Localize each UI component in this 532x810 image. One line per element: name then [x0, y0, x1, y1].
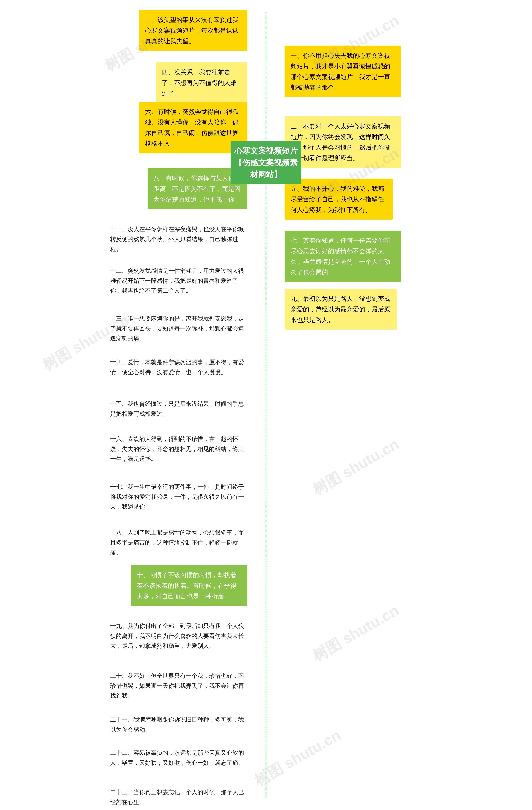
item-10: 十、习惯了不该习惯的习惯，却执着着不该执着的执着。有时候，在乎得太多，对自己而言… [131, 565, 247, 606]
right-box-3: 三、不要对一个人太好心寒文案视频短片，因为你终会发现，这样时间久了，那个人是会习… [285, 116, 401, 168]
main-container: 树图 shutu.cn 树图 shutu.cn 树图 shutu.cn 树图 s… [0, 0, 532, 810]
left-box-6-text: 六、有时候，突然会觉得自己很孤独、没有人懂你、没有人陪你。偶尔自己疯，自己闹，仿… [145, 108, 239, 147]
item-18: 十八、人到了晚上都是感性的动物，会想很多事，而且多半是痛苦的，这种情绪控制不住，… [110, 528, 247, 557]
center-node-text: 心寒文案视频短片【伤感文案视频素材网站】 [235, 145, 297, 180]
item-15: 十五、我也曾经懂过，只是后来没结果，时间的手总是把相爱写成相爱过。 [110, 399, 247, 419]
right-box-5: 五、我的不开心，我的难受，我都尽量留给了自己，我也从不指望任何人心疼我，为我扛下… [285, 179, 393, 220]
item-13-text: 十三、唯一想要麻烦你的是，离开我就别安慰我，走了就不要再回头，要知道每一次弥补，… [110, 315, 244, 342]
right-box-1-text: 一、你不用担心失去我的心寒文案视频短片，我才是小心翼翼诚惶诚恐的那个心寒文案视频… [291, 52, 390, 91]
left-box-2-text: 二、该失望的事从来没有辜负过我心寒文案视频短片，每次都是认认真真的让我失望。 [145, 16, 239, 45]
item-15-text: 十五、我也曾经懂过，只是后来没结果，时间的手总是把相爱写成相爱过。 [110, 401, 244, 417]
item-23: 二十三、当你真正想去忘记一个人的时候，那个人已经刻在心里。 [110, 787, 247, 807]
watermark-7: 树图 shutu.cn [251, 725, 344, 791]
item-21-text: 二十一、我满腔哽咽跟你诉说旧日种种，多可笑，我以为你会感动。 [110, 716, 244, 733]
right-box-9: 九、最初以为只是路人，没想到变成亲爱的，曾经以为最亲爱的，最后原来也只是路人。 [285, 289, 397, 330]
watermark-5: 树图 shutu.cn [309, 434, 403, 500]
item-10-text: 十、习惯了不该习惯的习惯，却执着着不该执着的执着。有时候，在乎得太多，对自己而言… [137, 571, 237, 600]
item-22: 二十二、容易被辜负的，永远都是那些天真又心软的人，毕竟，又好哄，又好欺，伤心一好… [110, 748, 247, 767]
right-box-5-text: 五、我的不开心，我的难受，我都尽量留给了自己，我也从不指望任何人心疼我，为我扛下… [291, 185, 384, 213]
item-19: 十九、我为你付出了全部，到最后却只有我一个人狼狈的离开，我不明白为什么喜欢的人要… [110, 621, 247, 651]
right-box-3-text: 三、不要对一个人太好心寒文案视频短片，因为你终会发现，这样时间久了，那个人是会习… [291, 123, 390, 161]
item-17: 十七、我一生中最幸运的两件事，一件，是时间终于将我对你的爱消耗殆尽，一件，是很久… [110, 482, 247, 512]
right-box-7: 七、其实你知道，任何一份需要你花尽心思去讨好的感情都不会撑的太久，毕竟感情是互补… [285, 231, 401, 282]
item-14-text: 十四、爱情，本就是件宁缺勿滥的事，愿不得，有爱情，便全心对待，没有爱情，也一个人… [110, 359, 244, 375]
right-box-1: 一、你不用担心失去我的心寒文案视频短片，我才是小心翼翼诚惶诚恐的那个心寒文案视频… [285, 46, 401, 97]
item-16: 十六、喜欢的人得到，得到的不珍惜，在一起的怀疑，失去的怀念，怀念的想相见，相见的… [110, 434, 247, 464]
item-16-text: 十六、喜欢的人得到，得到的不珍惜，在一起的怀疑，失去的怀念，怀念的想相见，相见的… [110, 436, 244, 462]
item-13: 十三、唯一想要麻烦你的是，离开我就别安慰我，走了就不要再回头，要知道每一次弥补，… [110, 314, 247, 343]
right-box-7-text: 七、其实你知道，任何一份需要你花尽心思去讨好的感情都不会撑的太久，毕竟感情是互补… [291, 237, 390, 276]
item-14: 十四、爱情，本就是件宁缺勿滥的事，愿不得，有爱情，便全心对待，没有爱情，也一个人… [110, 357, 247, 377]
left-box-4-text: 四、没关系，我要往前走了，不想再为不值得的人难过了。 [162, 69, 237, 97]
item-20-text: 二十、我不好，但全世界只有一个我，珍惜也好，不珍惜也罢，如果哪一天你把我弄丢了，… [110, 673, 244, 699]
left-box-2: 二、该失望的事从来没有辜负过我心寒文案视频短片，每次都是认认真真的让我失望。 [139, 10, 247, 51]
item-12: 十二、突然发觉感情是一件消耗品，用力爱过的人很难轻易开始下一段感情，我把最好的青… [110, 266, 247, 296]
left-box-4: 四、没关系，我要往前走了，不想再为不值得的人难过了。 [156, 62, 247, 103]
item-20: 二十、我不好，但全世界只有一个我，珍惜也好，不珍惜也罢，如果哪一天你把我弄丢了，… [110, 671, 247, 701]
left-box-8-text: 八、有时候，你选择与某人保持距离，不是因为不在平，而是因为你清楚的知道，他不属于… [154, 175, 241, 203]
item-17-text: 十七、我一生中最幸运的两件事，一件，是时间终于将我对你的爱消耗殆尽，一件，是很久… [110, 484, 244, 510]
item-11: 十一、没人在平你怎样在深夜痛哭，也没人在平你辗转反侧的熬熟几个秋。外人只看结果，… [110, 224, 247, 254]
item-23-text: 二十三、当你真正想去忘记一个人的时候，那个人已经刻在心里。 [110, 789, 244, 806]
item-11-text: 十一、没人在平你怎样在深夜痛哭，也没人在平你辗转反侧的熬熟几个秋。外人只看结果，… [110, 226, 244, 252]
item-22-text: 二十二、容易被辜负的，永远都是那些天真又心软的人，毕竟，又好哄，又好欺，伤心一好… [110, 749, 244, 766]
center-node: 心寒文案视频短片【伤感文案视频素材网站】 [231, 141, 301, 184]
item-18-text: 十八、人到了晚上都是感性的动物，会想很多事，而且多半是痛苦的，这种情绪控制不住，… [110, 529, 244, 555]
watermark-6: 树图 shutu.cn [309, 600, 403, 666]
dashed-center-line [265, 13, 267, 797]
item-12-text: 十二、突然发觉感情是一件消耗品，用力爱过的人很难轻易开始下一段感情，我把最好的青… [110, 268, 244, 294]
right-box-9-text: 九、最初以为只是路人，没想到变成亲爱的，曾经以为最亲爱的，最后原来也只是路人。 [291, 295, 390, 323]
item-19-text: 十九、我为你付出了全部，到最后却只有我一个人狼狈的离开，我不明白为什么喜欢的人要… [110, 623, 244, 649]
item-21: 二十一、我满腔哽咽跟你诉说旧日种种，多可笑，我以为你会感动。 [110, 715, 247, 734]
